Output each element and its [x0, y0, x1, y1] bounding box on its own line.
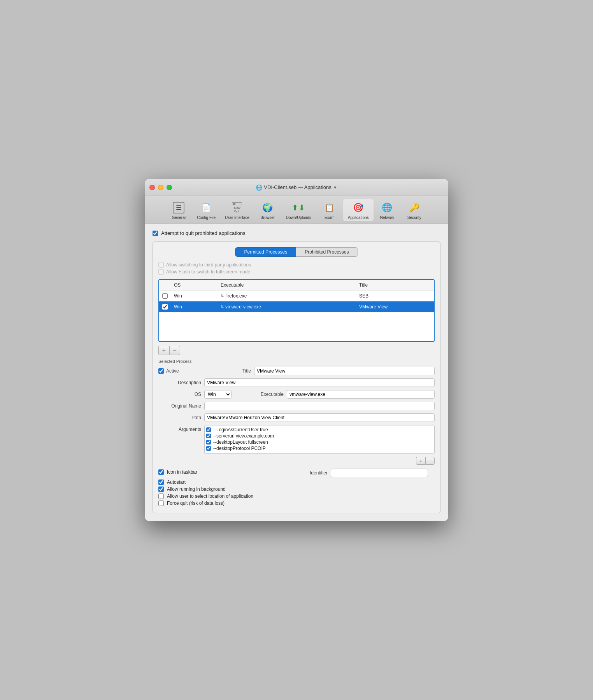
arguments-row: Arguments --LoginAsCurrentUser true --se… — [158, 425, 435, 465]
toolbar-item-browser[interactable]: 🌍 Browser — [254, 199, 281, 221]
args-add-remove-buttons: + − — [416, 457, 435, 465]
active-checkbox[interactable] — [158, 368, 164, 374]
arg2-value: --serverurl view.example.com — [213, 433, 274, 439]
remove-process-button[interactable]: − — [169, 346, 180, 355]
applications-label: Applications — [348, 215, 369, 220]
executable-label: Executable — [241, 392, 284, 397]
processes-table: OS Executable Title Win ⇅ firefox.exe — [158, 279, 435, 342]
toolbar-item-exam[interactable]: 📋 Exam — [316, 199, 343, 221]
user-interface-icon: NewOpt — [230, 201, 244, 215]
down-uploads-icon: ⬆⬇ — [291, 201, 305, 215]
description-label: Description — [158, 380, 201, 385]
row2-checkbox[interactable] — [162, 304, 168, 310]
col-executable: Executable — [218, 282, 356, 289]
row1-checkbox[interactable] — [162, 293, 168, 299]
description-input[interactable] — [204, 378, 435, 387]
user-interface-label: User Interface — [225, 215, 249, 220]
title-input[interactable] — [254, 367, 435, 375]
identifier-label: Identifier — [296, 470, 328, 476]
icon-taskbar-checkbox[interactable] — [158, 469, 164, 475]
arg4-checkbox[interactable] — [206, 446, 211, 451]
allow-switching-checkbox[interactable] — [158, 262, 164, 268]
table-body: Win ⇅ firefox.exe SEB Win — [159, 290, 434, 341]
table-header: OS Executable Title — [159, 280, 434, 290]
add-process-button[interactable]: + — [158, 346, 169, 355]
quit-prohibited-label: Attempt to quit prohibited applications — [161, 230, 246, 236]
permitted-processes-tab[interactable]: Permitted Processes — [235, 247, 296, 257]
original-name-row: Original Name — [158, 402, 435, 410]
selected-process-label: Selected Process — [158, 359, 435, 364]
allow-switching-label: Allow switching to third party applicati… — [166, 262, 251, 268]
row1-os: Win — [171, 292, 218, 299]
arg2-checkbox[interactable] — [206, 434, 211, 438]
arg3-checkbox[interactable] — [206, 440, 211, 444]
arg3-value: --desktopLayout fullscreen — [213, 439, 268, 445]
allow-flash-row: Allow Flash to switch to full screen mod… — [158, 269, 435, 275]
autostart-checkbox[interactable] — [158, 480, 164, 485]
identifier-input[interactable] — [331, 469, 428, 477]
main-window: 🌐 VDI-Client.seb — Applications ▼ ☰ Gene… — [145, 179, 448, 521]
main-panel: Permitted Processes Prohibited Processes… — [153, 242, 440, 513]
table-row[interactable]: Win ⇅ firefox.exe SEB — [159, 290, 434, 301]
executable-input[interactable] — [287, 390, 435, 399]
close-button[interactable] — [149, 185, 155, 190]
force-quit-row: Force quit (risk of data loss) — [158, 500, 435, 506]
arg1-checkbox[interactable] — [206, 427, 211, 432]
remove-argument-button[interactable]: − — [425, 457, 435, 465]
original-name-label: Original Name — [158, 403, 201, 409]
icon-taskbar-label: Icon in taskbar — [167, 469, 197, 475]
toolbar-item-security[interactable]: 🔑 Security — [401, 199, 428, 221]
col-os: OS — [171, 282, 218, 289]
original-name-input[interactable] — [204, 402, 435, 410]
toolbar-item-down-uploads[interactable]: ⬆⬇ Down/Uploads — [281, 199, 316, 221]
prohibited-processes-tab[interactable]: Prohibited Processes — [296, 247, 358, 257]
arg4-value: --desktopProtocol PCOIP — [213, 446, 266, 451]
traffic-lights — [149, 185, 172, 190]
autostart-label: Autostart — [167, 480, 186, 485]
allow-flash-label: Allow Flash to switch to full screen mod… — [166, 269, 250, 275]
minimize-button[interactable] — [158, 185, 163, 190]
dropdown-arrow[interactable]: ▼ — [333, 185, 337, 190]
network-icon: 🌐 — [380, 201, 394, 215]
toolbar-item-general[interactable]: ☰ General — [165, 199, 192, 221]
os-executable-row: OS Win Mac Any Executable — [158, 390, 435, 399]
arg1-value: --LoginAsCurrentUser true — [213, 427, 268, 432]
allow-background-label: Allow running in background — [167, 486, 226, 492]
applications-icon: 🎯 — [351, 201, 365, 215]
force-quit-checkbox[interactable] — [158, 500, 164, 506]
config-file-label: Config File — [197, 215, 216, 220]
col-title: Title — [356, 282, 434, 289]
row2-executable: ⇅ vmware-view.exe — [218, 303, 356, 310]
panel-checkboxes: Allow switching to third party applicati… — [158, 262, 435, 275]
table-row[interactable]: Win ⇅ vmware-view.exe VMware View — [159, 301, 434, 312]
row1-check[interactable] — [159, 292, 171, 299]
path-input[interactable] — [204, 413, 435, 422]
allow-select-location-row: Allow user to select location of applica… — [158, 494, 435, 499]
os-select[interactable]: Win Mac Any — [204, 390, 232, 399]
title-text: VDI-Client.seb — Applications — [264, 184, 331, 190]
toolbar-item-network[interactable]: 🌐 Network — [374, 199, 401, 221]
security-label: Security — [407, 215, 421, 220]
bottom-options: Icon in taskbar Identifier Autostart A — [158, 469, 435, 506]
row2-check[interactable] — [159, 303, 171, 310]
icon-taskbar-row: Icon in taskbar — [158, 469, 296, 475]
active-label: Active — [166, 368, 179, 374]
security-icon: 🔑 — [407, 201, 421, 215]
toolbar-item-config-file[interactable]: 📄 Config File — [192, 199, 220, 221]
col-check — [159, 282, 171, 289]
row2-os: Win — [171, 303, 218, 310]
allow-background-row: Allow running in background — [158, 486, 435, 492]
os-label: OS — [158, 392, 201, 397]
toolbar-item-user-interface[interactable]: NewOpt User Interface — [220, 199, 254, 221]
allow-background-checkbox[interactable] — [158, 486, 164, 492]
allow-flash-checkbox[interactable] — [158, 269, 164, 275]
toolbar-item-applications[interactable]: 🎯 Applications — [343, 199, 374, 221]
quit-prohibited-checkbox[interactable] — [153, 231, 158, 236]
general-label: General — [172, 215, 186, 220]
maximize-button[interactable] — [167, 185, 172, 190]
allow-select-location-checkbox[interactable] — [158, 494, 164, 499]
config-file-icon: 📄 — [199, 201, 213, 215]
add-argument-button[interactable]: + — [416, 457, 425, 465]
path-row: Path — [158, 413, 435, 422]
exam-label: Exam — [325, 215, 335, 220]
